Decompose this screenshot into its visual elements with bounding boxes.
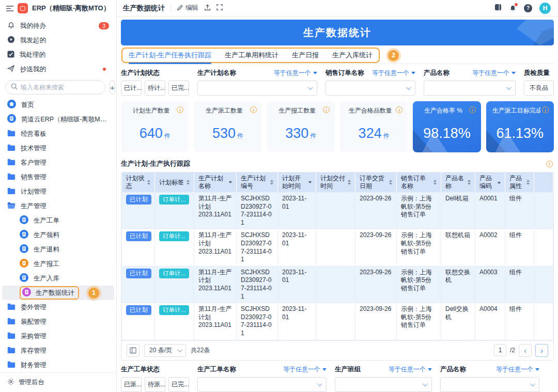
info-icon[interactable]: i xyxy=(546,161,553,167)
sidebar-item-简道云ERP（精细版-离散MTO）「...[interactable]: 简道云ERP（精细版-离散MTO）「... xyxy=(2,112,114,127)
sidebar-item-采购管理[interactable]: 采购管理 xyxy=(2,329,114,343)
table-row[interactable]: 已计划订单计...第11月-生产计划 2023.11A01SCJHXSDD230… xyxy=(122,303,553,340)
operator-link[interactable]: 等于任意一个 xyxy=(372,69,415,77)
info-icon[interactable]: i xyxy=(323,106,330,113)
data-table: 计划状态计划标签生产计划名称生产计划编号计划开始时间计划交付时间订单交货日期销售… xyxy=(121,173,553,340)
page-size-select[interactable]: 20 条/页 xyxy=(144,344,186,357)
column-header-订单交货日期[interactable]: 订单交货日期 xyxy=(355,173,397,193)
sidebar-item-财务管理[interactable]: 财务管理 xyxy=(2,358,114,372)
filter-select[interactable] xyxy=(335,377,432,392)
column-header-计划标签[interactable]: 计划标签 xyxy=(155,173,194,193)
sort-asc-icon[interactable] xyxy=(498,181,501,183)
tab-生产入库统计[interactable]: 生产入库统计 xyxy=(332,51,373,60)
tab-生产工单用料统计[interactable]: 生产工单用料统计 xyxy=(225,51,278,60)
sidebar-item-装配管理[interactable]: 装配管理 xyxy=(2,315,114,329)
operator-link[interactable]: 等于任意一个 xyxy=(274,69,317,77)
sidebar-quick-item[interactable]: 我的待办3 xyxy=(2,19,114,33)
sidebar-item-生产报工[interactable]: 生产报工 xyxy=(2,257,114,271)
sort-icon[interactable] xyxy=(147,180,150,185)
filter-select[interactable] xyxy=(440,377,539,392)
sidebar-item-生产数据统计[interactable]: 生产数据统计1 xyxy=(2,286,114,300)
edit-button[interactable]: 编辑 xyxy=(177,4,198,12)
column-header-计划交付时间[interactable]: 计划交付时间 xyxy=(316,173,355,193)
sidebar-quick-item[interactable]: 我发起的 xyxy=(2,33,114,48)
status-filter-button[interactable]: 已计... xyxy=(121,81,142,96)
sort-icon[interactable] xyxy=(389,180,392,185)
sidebar-item-生产入库[interactable]: 生产入库 xyxy=(2,271,114,286)
sidebar-item-技术管理[interactable]: 技术管理 xyxy=(2,141,114,155)
sort-icon[interactable] xyxy=(526,180,530,185)
filter-select[interactable] xyxy=(424,81,516,96)
sidebar-item-计划管理[interactable]: 计划管理 xyxy=(2,184,114,199)
search-input-box[interactable] xyxy=(5,80,105,95)
table-row[interactable]: 已计划订单计...第11月-生产计划 2023.11A01SCJHXSDD230… xyxy=(122,229,553,266)
column-header-计划状态[interactable]: 计划状态 xyxy=(122,173,155,193)
status-filter-button[interactable]: 已完... xyxy=(168,81,189,96)
info-icon[interactable]: i xyxy=(177,106,183,113)
sidebar-item-客户管理[interactable]: 客户管理 xyxy=(2,155,114,170)
table-row[interactable]: 已计划订单计...第11月-生产计划 2023.11A01SCJHXSDD230… xyxy=(122,266,553,303)
sort-icon[interactable] xyxy=(433,180,437,185)
column-header-产品属性[interactable]: 产品属性 xyxy=(505,173,534,193)
sidebar-header: ERP（精细版-离散MTO） xyxy=(0,0,116,17)
tab-生产计划-生产任务执行跟踪[interactable]: 生产计划-生产任务执行跟踪 xyxy=(129,51,211,60)
sidebar-item-销售管理[interactable]: 销售管理 xyxy=(2,170,114,184)
sidebar-admin-item[interactable]: 管理后台 xyxy=(0,372,116,392)
column-header-生产计划名称[interactable]: 生产计划名称 xyxy=(194,173,237,193)
sort-icon[interactable] xyxy=(468,180,471,185)
next-page-button[interactable]: › xyxy=(535,344,548,357)
sidebar: ERP（精细版-离散MTO） 我的待办3我发起的我处理的抄送我的 + 首页简道云… xyxy=(0,0,117,392)
hamburger-menu-icon[interactable] xyxy=(6,6,13,11)
info-icon[interactable]: i xyxy=(542,106,549,113)
tab-生产日报[interactable]: 生产日报 xyxy=(292,51,319,60)
add-button[interactable]: + xyxy=(110,81,115,94)
column-header-产品名称[interactable]: 产品名称 xyxy=(441,173,475,193)
sort-icon[interactable] xyxy=(348,180,351,185)
sort-icon[interactable] xyxy=(270,180,273,185)
sidebar-item-首页[interactable]: 首页 xyxy=(2,98,114,112)
table-row[interactable]: 已计划订单计...第11月-生产计划 2023.11A01SCJHXSDD230… xyxy=(122,193,553,229)
prev-page-button[interactable]: ‹ xyxy=(519,344,532,357)
quality-filter-button[interactable]: 不良品 xyxy=(524,81,554,96)
column-header-产品编码[interactable]: 产品编码 xyxy=(475,173,505,193)
operator-link[interactable]: 等于任意一个 xyxy=(389,365,432,374)
operator-link[interactable]: 等于任意一个 xyxy=(472,69,516,77)
sidebar-item-生产领料[interactable]: 生产领料 xyxy=(2,228,114,242)
status-filter-button[interactable]: 待计... xyxy=(145,81,165,96)
operator-link[interactable]: 等于任意一个 xyxy=(283,365,327,374)
sidebar-item-经营看板[interactable]: 经营看板 xyxy=(2,127,114,141)
filter-select[interactable] xyxy=(197,377,327,392)
sidebar-item-生产工单[interactable]: 生产工单 xyxy=(2,213,114,228)
filter-select[interactable] xyxy=(197,81,317,96)
column-settings-button[interactable] xyxy=(127,344,140,357)
fullscreen-button[interactable] xyxy=(216,4,223,12)
operator-link[interactable]: 等于任意一个 xyxy=(496,365,539,374)
sidebar-quick-item[interactable]: 我处理的 xyxy=(2,48,114,62)
sort-desc-icon[interactable] xyxy=(229,181,232,183)
status-filter-button[interactable]: 已派... xyxy=(121,377,142,392)
help-icon[interactable]: ? xyxy=(524,4,532,12)
sidebar-item-库存管理[interactable]: 库存管理 xyxy=(2,343,114,358)
column-header-生产计划编号[interactable]: 生产计划编号 xyxy=(237,173,278,193)
status-filter-button[interactable]: 待派... xyxy=(145,377,165,392)
column-header-销售订单名称[interactable]: 销售订单名称 xyxy=(397,173,441,193)
status-filter-button[interactable]: 已完... xyxy=(168,377,189,392)
share-button[interactable] xyxy=(204,4,211,12)
avatar[interactable]: H xyxy=(539,3,551,14)
sidebar-item-委外管理[interactable]: 委外管理 xyxy=(2,300,114,315)
column-header-计划开始时间[interactable]: 计划开始时间 xyxy=(278,173,316,193)
notebook-icon[interactable] xyxy=(494,4,502,12)
search-input[interactable] xyxy=(21,84,101,91)
notifications-button[interactable] xyxy=(509,4,517,12)
info-icon[interactable]: i xyxy=(396,106,402,113)
sort-icon[interactable] xyxy=(187,180,190,185)
sidebar-item-生产管理[interactable]: 生产管理 xyxy=(2,199,114,213)
sort-desc-icon[interactable] xyxy=(308,181,312,183)
folder-icon xyxy=(7,187,16,196)
page-number-input[interactable]: 1 xyxy=(494,344,506,356)
sidebar-quick-item[interactable]: 抄送我的 xyxy=(2,62,114,76)
info-icon[interactable]: i xyxy=(469,106,476,113)
sidebar-item-生产退料[interactable]: 生产退料 xyxy=(2,242,114,257)
filter-select[interactable] xyxy=(326,81,415,96)
info-icon[interactable]: i xyxy=(250,106,257,113)
